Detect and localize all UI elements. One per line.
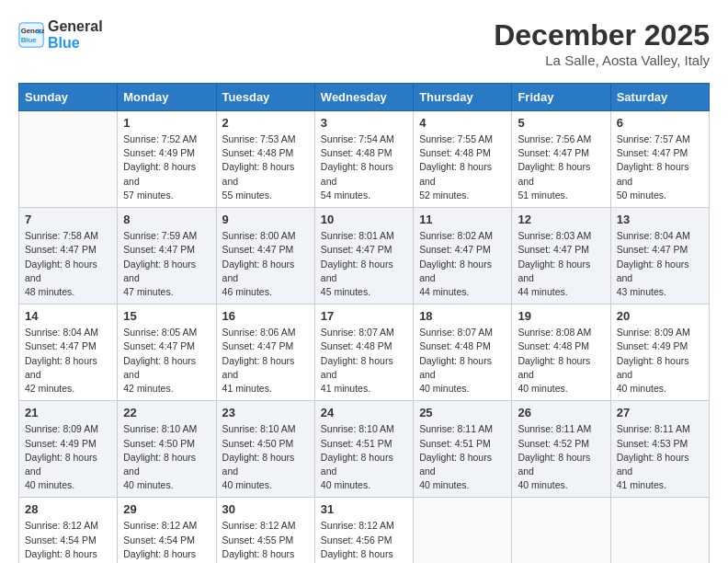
cell-info: Sunrise: 8:10 AMSunset: 4:51 PMDaylight:… [321, 422, 407, 492]
day-number: 31 [321, 502, 407, 516]
calendar-week-row: 7Sunrise: 7:58 AMSunset: 4:47 PMDaylight… [19, 208, 710, 304]
day-number: 7 [25, 213, 111, 226]
cell-info: Sunrise: 8:00 AMSunset: 4:47 PMDaylight:… [222, 229, 309, 299]
calendar-cell: 3Sunrise: 7:54 AMSunset: 4:48 PMDaylight… [314, 111, 413, 208]
weekday-header-monday: Monday [118, 84, 216, 111]
calendar-cell: 5Sunrise: 7:56 AMSunset: 4:47 PMDaylight… [512, 111, 610, 208]
day-number: 29 [123, 502, 210, 516]
cell-info: Sunrise: 7:54 AMSunset: 4:48 PMDaylight:… [321, 132, 407, 202]
day-number: 25 [419, 406, 506, 419]
calendar-cell: 25Sunrise: 8:11 AMSunset: 4:51 PMDayligh… [414, 401, 512, 498]
calendar-cell: 8Sunrise: 7:59 AMSunset: 4:47 PMDaylight… [118, 208, 216, 304]
day-number: 28 [25, 502, 111, 516]
day-number: 16 [222, 309, 309, 323]
calendar-cell: 1Sunrise: 7:52 AMSunset: 4:49 PMDaylight… [118, 111, 216, 208]
logo-icon: General Blue [18, 22, 44, 48]
day-number: 19 [518, 309, 604, 323]
calendar-cell: 16Sunrise: 8:06 AMSunset: 4:47 PMDayligh… [216, 304, 314, 401]
cell-info: Sunrise: 8:11 AMSunset: 4:51 PMDaylight:… [419, 422, 506, 492]
day-number: 10 [321, 213, 407, 226]
cell-info: Sunrise: 7:59 AMSunset: 4:47 PMDaylight:… [123, 229, 210, 299]
day-number: 23 [222, 406, 309, 419]
calendar-cell: 7Sunrise: 7:58 AMSunset: 4:47 PMDaylight… [19, 208, 118, 304]
day-number: 1 [123, 116, 210, 130]
day-number: 17 [321, 309, 407, 323]
day-number: 9 [222, 213, 309, 226]
calendar-cell [610, 498, 709, 563]
calendar-cell: 4Sunrise: 7:55 AMSunset: 4:48 PMDaylight… [414, 111, 512, 208]
calendar-cell: 24Sunrise: 8:10 AMSunset: 4:51 PMDayligh… [314, 401, 413, 498]
day-number: 2 [222, 116, 309, 130]
location: La Salle, Aosta Valley, Italy [494, 52, 710, 68]
calendar-cell: 27Sunrise: 8:11 AMSunset: 4:53 PMDayligh… [610, 401, 709, 498]
day-number: 20 [617, 309, 703, 323]
cell-info: Sunrise: 7:56 AMSunset: 4:47 PMDaylight:… [518, 132, 604, 202]
calendar-cell: 14Sunrise: 8:04 AMSunset: 4:47 PMDayligh… [19, 304, 118, 401]
day-number: 5 [518, 116, 604, 130]
calendar-cell: 11Sunrise: 8:02 AMSunset: 4:47 PMDayligh… [414, 208, 512, 304]
calendar-cell: 12Sunrise: 8:03 AMSunset: 4:47 PMDayligh… [512, 208, 610, 304]
cell-info: Sunrise: 8:01 AMSunset: 4:47 PMDaylight:… [321, 229, 407, 299]
cell-info: Sunrise: 8:07 AMSunset: 4:48 PMDaylight:… [419, 326, 506, 396]
calendar-cell: 29Sunrise: 8:12 AMSunset: 4:54 PMDayligh… [118, 498, 216, 563]
day-number: 30 [222, 502, 309, 516]
weekday-header-friday: Friday [512, 84, 610, 111]
calendar-cell: 28Sunrise: 8:12 AMSunset: 4:54 PMDayligh… [19, 498, 118, 563]
calendar-week-row: 1Sunrise: 7:52 AMSunset: 4:49 PMDaylight… [19, 111, 710, 208]
svg-text:Blue: Blue [21, 36, 38, 44]
calendar-week-row: 21Sunrise: 8:09 AMSunset: 4:49 PMDayligh… [19, 401, 710, 498]
calendar-cell [512, 498, 610, 563]
calendar-cell: 18Sunrise: 8:07 AMSunset: 4:48 PMDayligh… [414, 304, 512, 401]
calendar-cell: 23Sunrise: 8:10 AMSunset: 4:50 PMDayligh… [216, 401, 314, 498]
cell-info: Sunrise: 8:02 AMSunset: 4:47 PMDaylight:… [419, 229, 506, 299]
day-number: 11 [419, 213, 506, 226]
cell-info: Sunrise: 7:52 AMSunset: 4:49 PMDaylight:… [123, 132, 210, 202]
day-number: 14 [25, 309, 111, 323]
cell-info: Sunrise: 8:12 AMSunset: 4:54 PMDaylight:… [123, 519, 210, 563]
cell-info: Sunrise: 8:04 AMSunset: 4:47 PMDaylight:… [617, 229, 703, 299]
cell-info: Sunrise: 8:08 AMSunset: 4:48 PMDaylight:… [518, 326, 604, 396]
title-block: December 2025 La Salle, Aosta Valley, It… [494, 18, 710, 68]
cell-info: Sunrise: 8:09 AMSunset: 4:49 PMDaylight:… [25, 422, 111, 492]
calendar-cell: 15Sunrise: 8:05 AMSunset: 4:47 PMDayligh… [118, 304, 216, 401]
cell-info: Sunrise: 7:58 AMSunset: 4:47 PMDaylight:… [25, 229, 111, 299]
day-number: 6 [617, 116, 703, 130]
calendar-cell [414, 498, 512, 563]
weekday-header-wednesday: Wednesday [314, 84, 413, 111]
calendar-cell: 9Sunrise: 8:00 AMSunset: 4:47 PMDaylight… [216, 208, 314, 304]
calendar-week-row: 14Sunrise: 8:04 AMSunset: 4:47 PMDayligh… [19, 304, 710, 401]
day-number: 24 [321, 406, 407, 419]
calendar-cell: 17Sunrise: 8:07 AMSunset: 4:48 PMDayligh… [314, 304, 413, 401]
calendar-week-row: 28Sunrise: 8:12 AMSunset: 4:54 PMDayligh… [19, 498, 710, 563]
day-number: 3 [321, 116, 407, 130]
cell-info: Sunrise: 8:12 AMSunset: 4:56 PMDaylight:… [321, 519, 407, 563]
day-number: 15 [123, 309, 210, 323]
cell-info: Sunrise: 8:12 AMSunset: 4:54 PMDaylight:… [25, 519, 111, 563]
calendar-cell: 6Sunrise: 7:57 AMSunset: 4:47 PMDaylight… [610, 111, 709, 208]
day-number: 21 [25, 406, 111, 419]
calendar-cell [19, 111, 118, 208]
cell-info: Sunrise: 7:53 AMSunset: 4:48 PMDaylight:… [222, 132, 309, 202]
cell-info: Sunrise: 8:11 AMSunset: 4:52 PMDaylight:… [518, 422, 604, 492]
cell-info: Sunrise: 8:06 AMSunset: 4:47 PMDaylight:… [222, 326, 309, 396]
day-number: 8 [123, 213, 210, 226]
cell-info: Sunrise: 8:10 AMSunset: 4:50 PMDaylight:… [123, 422, 210, 492]
weekday-header-row: SundayMondayTuesdayWednesdayThursdayFrid… [19, 84, 710, 111]
logo-line2: Blue [48, 35, 103, 52]
day-number: 27 [617, 406, 703, 419]
cell-info: Sunrise: 7:55 AMSunset: 4:48 PMDaylight:… [419, 132, 506, 202]
logo: General Blue General Blue [18, 18, 103, 52]
calendar-cell: 21Sunrise: 8:09 AMSunset: 4:49 PMDayligh… [19, 401, 118, 498]
calendar-cell: 26Sunrise: 8:11 AMSunset: 4:52 PMDayligh… [512, 401, 610, 498]
calendar-cell: 2Sunrise: 7:53 AMSunset: 4:48 PMDaylight… [216, 111, 314, 208]
calendar-cell: 13Sunrise: 8:04 AMSunset: 4:47 PMDayligh… [610, 208, 709, 304]
day-number: 22 [123, 406, 210, 419]
calendar-cell: 22Sunrise: 8:10 AMSunset: 4:50 PMDayligh… [118, 401, 216, 498]
cell-info: Sunrise: 8:11 AMSunset: 4:53 PMDaylight:… [617, 422, 703, 492]
calendar-cell: 10Sunrise: 8:01 AMSunset: 4:47 PMDayligh… [314, 208, 413, 304]
cell-info: Sunrise: 8:05 AMSunset: 4:47 PMDaylight:… [123, 326, 210, 396]
svg-text:General: General [21, 28, 44, 36]
calendar-cell: 20Sunrise: 8:09 AMSunset: 4:49 PMDayligh… [610, 304, 709, 401]
weekday-header-tuesday: Tuesday [216, 84, 314, 111]
weekday-header-thursday: Thursday [414, 84, 512, 111]
